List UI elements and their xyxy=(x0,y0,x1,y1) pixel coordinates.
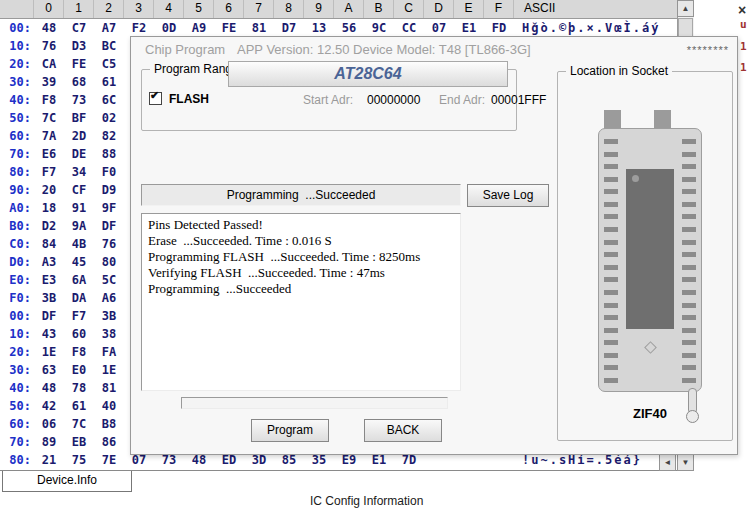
hex-byte[interactable]: A7 xyxy=(94,19,124,37)
hex-byte[interactable]: A9 xyxy=(184,19,214,37)
hex-byte[interactable]: 82 xyxy=(94,127,124,145)
hex-byte[interactable]: D2 xyxy=(34,217,64,235)
flash-checkbox[interactable]: ✔ xyxy=(149,92,162,105)
hex-byte[interactable]: 48 xyxy=(34,379,64,397)
hex-byte[interactable]: A3 xyxy=(34,253,64,271)
hex-byte[interactable]: 39 xyxy=(34,73,64,91)
back-button[interactable]: BACK xyxy=(364,419,442,442)
hex-byte[interactable]: DF xyxy=(34,307,64,325)
hex-byte[interactable]: 20 xyxy=(34,181,64,199)
hex-byte[interactable]: FE xyxy=(214,19,244,37)
hex-byte[interactable]: 61 xyxy=(64,397,94,415)
hex-byte[interactable]: D7 xyxy=(274,19,304,37)
tab-device-info[interactable]: Device.Info xyxy=(2,471,132,492)
hex-byte[interactable]: 2D xyxy=(64,127,94,145)
hex-byte[interactable]: 06 xyxy=(34,415,64,433)
hex-col-header: ASCII xyxy=(514,0,671,18)
hex-byte[interactable]: E0 xyxy=(64,361,94,379)
hex-byte[interactable]: 76 xyxy=(34,37,64,55)
scroll-up-icon[interactable]: ▲ xyxy=(677,0,694,17)
hex-byte[interactable]: 84 xyxy=(34,235,64,253)
hex-byte[interactable]: 7A xyxy=(34,127,64,145)
hex-byte[interactable]: D9 xyxy=(94,181,124,199)
hex-byte[interactable]: 3B xyxy=(34,289,64,307)
hex-byte[interactable]: 89 xyxy=(34,433,64,451)
hex-byte[interactable]: D3 xyxy=(64,37,94,55)
hex-byte[interactable]: B8 xyxy=(94,415,124,433)
hex-byte[interactable]: 43 xyxy=(34,325,64,343)
hex-byte[interactable]: 18 xyxy=(34,199,64,217)
hex-byte[interactable]: 42 xyxy=(34,397,64,415)
hex-byte[interactable]: EB xyxy=(64,433,94,451)
hex-byte[interactable]: 9F xyxy=(94,199,124,217)
hex-byte[interactable]: 34 xyxy=(64,163,94,181)
hex-byte[interactable]: 9C xyxy=(364,19,394,37)
hex-byte[interactable]: 75 xyxy=(64,451,94,469)
hex-byte[interactable]: E6 xyxy=(34,145,64,163)
hex-byte[interactable]: 7C xyxy=(64,415,94,433)
hex-byte[interactable]: FE xyxy=(64,55,94,73)
hex-byte[interactable]: FD xyxy=(484,19,514,37)
hex-byte[interactable]: 88 xyxy=(94,145,124,163)
hex-byte[interactable]: CF xyxy=(64,181,94,199)
hex-byte[interactable]: 1E xyxy=(94,361,124,379)
hex-byte[interactable]: A6 xyxy=(94,289,124,307)
hex-byte[interactable]: 9A xyxy=(64,217,94,235)
hex-byte[interactable]: 48 xyxy=(34,19,64,37)
hex-byte[interactable]: 76 xyxy=(94,235,124,253)
hex-byte[interactable]: DA xyxy=(64,289,94,307)
hex-byte[interactable]: BF xyxy=(64,109,94,127)
hex-byte[interactable]: F7 xyxy=(34,163,64,181)
hex-byte[interactable]: 4B xyxy=(64,235,94,253)
hex-byte[interactable]: E3 xyxy=(34,271,64,289)
hex-byte[interactable]: 78 xyxy=(64,379,94,397)
hex-byte[interactable]: 61 xyxy=(94,73,124,91)
hex-byte[interactable]: 73 xyxy=(64,91,94,109)
hex-byte[interactable]: C7 xyxy=(64,19,94,37)
scroll-left-icon[interactable]: ◄ xyxy=(659,454,676,471)
hex-byte[interactable]: 21 xyxy=(34,451,64,469)
hex-byte[interactable]: CA xyxy=(34,55,64,73)
hex-byte[interactable]: 45 xyxy=(64,253,94,271)
hex-byte[interactable]: C5 xyxy=(94,55,124,73)
hex-byte[interactable]: BC xyxy=(94,37,124,55)
hex-byte[interactable]: DF xyxy=(94,217,124,235)
hex-byte[interactable]: 56 xyxy=(334,19,364,37)
hex-byte[interactable]: 1E xyxy=(34,343,64,361)
hex-byte[interactable]: 81 xyxy=(94,379,124,397)
hex-byte[interactable]: 40 xyxy=(94,397,124,415)
program-button[interactable]: Program xyxy=(251,419,329,442)
hex-byte[interactable]: 38 xyxy=(94,325,124,343)
hex-byte[interactable]: 6A xyxy=(64,271,94,289)
hex-byte[interactable]: F0 xyxy=(94,163,124,181)
hex-byte[interactable]: 13 xyxy=(304,19,334,37)
hex-byte[interactable]: 86 xyxy=(94,433,124,451)
hex-byte[interactable]: 63 xyxy=(34,361,64,379)
hex-byte[interactable]: DE xyxy=(64,145,94,163)
hex-byte[interactable]: F8 xyxy=(64,343,94,361)
socket-pin xyxy=(604,265,618,270)
hex-byte[interactable]: F2 xyxy=(124,19,154,37)
hex-byte[interactable]: 68 xyxy=(64,73,94,91)
hex-byte[interactable]: 7C xyxy=(34,109,64,127)
hex-byte[interactable]: 07 xyxy=(424,19,454,37)
operation-log[interactable]: Pins Detected Passed!Erase ...Succeeded.… xyxy=(141,213,461,391)
hex-byte[interactable]: FA xyxy=(94,343,124,361)
hex-byte[interactable]: 02 xyxy=(94,109,124,127)
hex-address: 00: xyxy=(0,19,34,37)
hex-byte[interactable]: 7E xyxy=(94,451,124,469)
hex-byte[interactable]: 6C xyxy=(94,91,124,109)
hex-byte[interactable]: 91 xyxy=(64,199,94,217)
hex-byte[interactable]: CC xyxy=(394,19,424,37)
hex-byte[interactable]: E1 xyxy=(454,19,484,37)
scroll-down-icon[interactable]: ▼ xyxy=(677,454,694,471)
hex-byte[interactable]: 5C xyxy=(94,271,124,289)
hex-byte[interactable]: 60 xyxy=(64,325,94,343)
hex-byte[interactable]: 80 xyxy=(94,253,124,271)
hex-byte[interactable]: 81 xyxy=(244,19,274,37)
hex-byte[interactable]: F7 xyxy=(64,307,94,325)
hex-byte[interactable]: F8 xyxy=(34,91,64,109)
save-log-button[interactable]: Save Log xyxy=(467,184,549,207)
hex-byte[interactable]: 3B xyxy=(94,307,124,325)
hex-byte[interactable]: 0D xyxy=(154,19,184,37)
